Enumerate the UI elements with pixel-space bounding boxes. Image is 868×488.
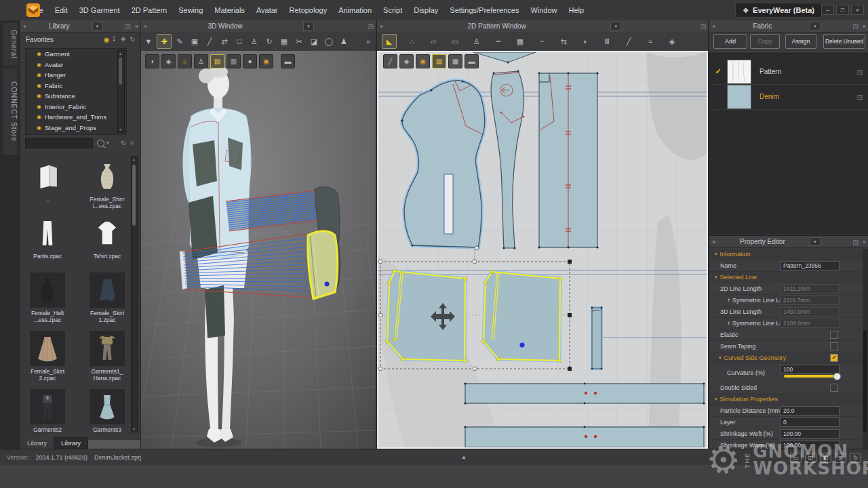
menu-script[interactable]: Script [383,6,402,14]
select-move-icon[interactable]: ✚ [157,34,172,49]
menu-window[interactable]: Window [530,6,557,14]
maximize-button[interactable]: □ [836,5,849,15]
fabric-detail-icon[interactable]: ◳ [856,68,863,75]
mannequin-icon[interactable]: ♟ [337,35,351,48]
menu-edit[interactable]: Edit [55,6,68,14]
tab-general[interactable]: General [3,23,18,66]
show-head-icon[interactable]: ● [243,54,257,68]
pattern-piece-back-panel[interactable] [538,72,598,248]
more-tools-icon[interactable]: » [361,35,375,48]
fabric-item-pattern[interactable]: ✓ Pattern ◳ [709,59,868,85]
avatar-pose-icon[interactable]: ♙ [248,35,261,48]
unfold-icon[interactable]: ⇆ [557,35,570,48]
pattern-piece-waistband-2[interactable] [464,426,705,447]
favorite-item-interior-fabric[interactable]: ◉Interior_Fabric [26,102,126,113]
favorites-scrollbar[interactable]: ▲ ▼ [117,50,125,133]
edit-curve-icon[interactable]: ▱ [427,35,440,48]
pattern-piece-selected-3d[interactable] [308,231,338,299]
flatten-icon[interactable]: ◗ [578,35,592,48]
library-item-female-skirt2[interactable]: Female_Skirt 2.zpac [26,331,69,382]
section-curved-side-geometry[interactable]: ▾Curved Side Geometry ✓ [709,352,863,364]
thumbnails-scrollbar[interactable]: ▲ ▼ [131,156,138,432]
grid-overlay-icon[interactable]: ▦ [448,54,462,68]
dart-icon[interactable]: ┅ [492,35,505,48]
layout-reset-icon[interactable]: ↻ [850,453,861,463]
3d-window-dropdown-icon[interactable]: ▾ [303,22,314,30]
detach-icon[interactable]: ◳ [125,23,131,30]
dock-pin-icon[interactable]: ► [144,24,149,28]
close-button[interactable]: × [851,5,864,15]
menu-help[interactable]: Help [569,6,585,14]
point-handle[interactable] [475,246,479,250]
menu-retopology[interactable]: Retopology [290,6,328,14]
section-selected-line[interactable]: ▾Selected Line [709,272,863,283]
library-item-female-shirt[interactable]: Female_Shirr i...ess.zpac [85,159,129,209]
detach-icon[interactable]: ◳ [852,239,859,245]
layout-single-icon[interactable]: ▭ [790,453,802,463]
favorite-item-substance[interactable]: ◉Substance [26,91,126,102]
everywear-button[interactable]: ❖ EveryWear (Beta) [735,3,822,18]
fabric-item-denim[interactable]: Denim ◳ [709,84,868,110]
particle-distance-input[interactable]: 20.0 [780,406,840,415]
detach-icon[interactable]: ◳ [368,23,374,30]
info-overlay-icon[interactable]: ◉ [416,54,430,68]
tab-connect-store[interactable]: CONNECT Store [3,68,18,155]
search-input[interactable] [25,138,93,148]
scroll-up-icon[interactable]: ▲ [118,52,123,56]
menu-settings[interactable]: Settings/Preferences [450,6,519,14]
dock-pin-icon[interactable]: ► [23,24,28,28]
fold-arrange-icon[interactable]: ◪ [307,35,321,48]
edit-pattern-icon[interactable]: ∴ [405,35,418,48]
shrinkage-weft-input[interactable]: 100.00 [780,429,840,439]
simulate-icon[interactable]: ▼ [142,35,155,48]
library-item-garments2[interactable]: Garments2 [26,389,69,433]
assign-fabric-button[interactable]: Assign [785,34,816,49]
copy-fabric-button[interactable]: Copy [750,34,780,49]
tab-library-1[interactable]: Library [20,438,54,449]
mesh-view-icon[interactable]: ▥ [226,54,241,68]
3d-viewport[interactable] [141,51,376,449]
fabric-texture-icon[interactable]: ▤ [210,54,224,68]
menu-sewing[interactable]: Sewing [178,6,203,14]
add-icon[interactable]: ✚ [121,36,126,43]
favorite-toggle-icon[interactable]: ◉ [104,36,110,43]
library-item-female-skirt1[interactable]: Female_Skirt 1.zpac [85,272,129,323]
timeline-expand-icon[interactable]: ▲ [461,454,467,460]
add-fabric-button[interactable]: Add [713,34,747,49]
show-garment-icon[interactable]: ◈ [665,35,679,48]
trace-icon[interactable]: ♙ [470,35,484,48]
fabric-detail-icon[interactable]: ◳ [856,94,863,100]
2d-window-dropdown-icon[interactable]: ▾ [610,22,621,30]
menu-avatar[interactable]: Avatar [256,6,278,14]
favorite-item-hanger[interactable]: ◉Hanger [26,70,126,81]
dock-pin-icon[interactable]: ► [712,239,717,244]
search-dropdown-icon[interactable]: ▾ [106,140,109,146]
jacket-panel-right[interactable] [228,138,243,170]
seam-allowance-icon[interactable]: ╱ [622,35,635,48]
section-simulation-properties[interactable]: ▾Simulation Properties [709,394,863,405]
menu-materials[interactable]: Materials [214,6,245,14]
show-pose-icon[interactable]: ♙ [194,54,208,68]
add-point-icon[interactable]: ▭ [448,35,462,48]
select-sphere-icon[interactable]: ◯ [322,35,336,48]
grid-snap-icon[interactable]: ▦ [277,35,291,48]
menu-2d-pattern[interactable]: 2D Pattern [132,6,167,14]
detach-icon[interactable]: ◳ [852,23,859,30]
garment-select-icon[interactable]: ▣ [188,35,201,48]
library-item-female-halt[interactable]: Female_Halt ...ess.zpac [26,272,69,323]
2d-viewport[interactable] [377,51,708,449]
tab-library-2[interactable]: Library [54,437,88,449]
scroll-down-icon[interactable]: ▼ [132,427,136,431]
refresh-icon[interactable]: ↻ [130,36,135,43]
menu-animation[interactable]: Animation [338,6,372,14]
garment-overlay-icon[interactable]: ◈ [399,54,414,68]
minimize-button[interactable]: – [821,5,834,15]
swap-pattern-icon[interactable]: ⇄ [218,35,231,48]
dock-pin-icon[interactable]: ► [380,24,384,28]
zigzag-icon[interactable]: ≈ [644,35,657,48]
render-mode-icon[interactable]: ◉ [259,54,273,68]
menu-3d-garment[interactable]: 3D Garment [79,6,120,14]
library-item-garments1[interactable]: Garments1_ Hana.zpac [85,331,129,382]
layer-input[interactable]: 0 [780,418,840,427]
jacket-panel-hip[interactable] [205,285,225,338]
